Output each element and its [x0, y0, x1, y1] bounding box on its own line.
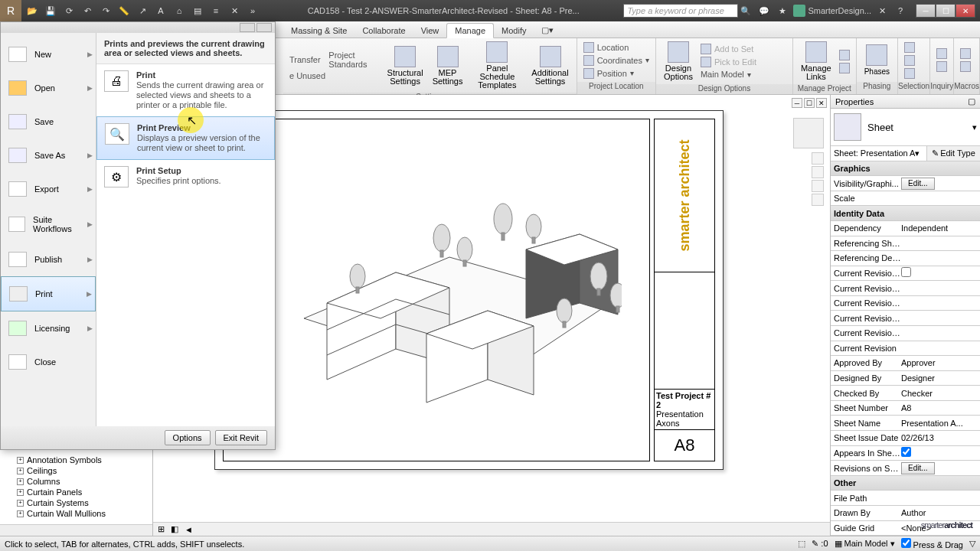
- browser-item[interactable]: +Curtain Systems: [2, 497, 151, 508]
- link-extra-2[interactable]: [836, 62, 853, 74]
- recent-docs-icon[interactable]: [240, 23, 255, 32]
- additional-settings-button[interactable]: AdditionalSettings: [527, 44, 573, 87]
- open-docs-icon[interactable]: [256, 23, 272, 32]
- props-pin-icon[interactable]: ▢: [968, 96, 975, 106]
- app-logo[interactable]: R: [0, 0, 21, 21]
- view-max-icon[interactable]: ☐: [804, 98, 815, 108]
- search-icon[interactable]: 🔍: [738, 3, 753, 18]
- expand-icon[interactable]: +: [17, 457, 24, 464]
- type-dropdown-icon[interactable]: ▾: [972, 122, 977, 132]
- star-icon[interactable]: ★: [775, 3, 790, 18]
- qat-text-icon[interactable]: A: [153, 3, 168, 18]
- sb-press-drag[interactable]: Press & Drag: [901, 538, 963, 549]
- maximize-button[interactable]: ☐: [936, 4, 956, 18]
- design-options-button[interactable]: DesignOptions: [659, 40, 697, 83]
- mac-2[interactable]: [957, 60, 974, 73]
- tab-collaborate[interactable]: Collaborate: [354, 24, 413, 37]
- qat-section-icon[interactable]: ▤: [190, 3, 205, 18]
- qat-align-icon[interactable]: ↗: [135, 3, 150, 18]
- sb-worksets[interactable]: ✎ :0: [812, 539, 828, 549]
- nav-wheel-icon[interactable]: [812, 152, 824, 165]
- menu-open[interactable]: Open▶: [1, 71, 96, 105]
- tab-extra-icon[interactable]: ▢▾: [534, 23, 561, 37]
- exit-button[interactable]: Exit Revit: [215, 430, 267, 445]
- transfer-button[interactable]: Transfer Project Standards: [286, 50, 383, 70]
- inq-1[interactable]: [933, 47, 950, 60]
- coordinates-button[interactable]: Coordinates ▾: [580, 54, 652, 67]
- browser-item[interactable]: +Ceilings: [2, 465, 151, 476]
- browser-scrollbar[interactable]: [0, 524, 152, 536]
- sb-filter-icon[interactable]: ▽: [969, 539, 975, 549]
- manage-links-button[interactable]: ManageLinks: [796, 40, 836, 83]
- menu-publish[interactable]: Publish▶: [1, 243, 96, 276]
- structural-settings-button[interactable]: StructuralSettings: [383, 44, 428, 87]
- help-icon[interactable]: ?: [893, 3, 908, 18]
- menu-close[interactable]: Close: [1, 345, 96, 379]
- submenu-print[interactable]: 🖨 PrintSends the current drawing area or…: [96, 64, 275, 116]
- comm-icon[interactable]: 💬: [756, 3, 772, 18]
- qat-redo-icon[interactable]: ↷: [98, 3, 113, 18]
- sel-1[interactable]: [901, 41, 918, 54]
- expand-icon[interactable]: +: [17, 478, 24, 485]
- menu-suite[interactable]: Suite Workflows▶: [1, 206, 96, 243]
- qat-save-icon[interactable]: 💾: [43, 3, 58, 18]
- tab-massing[interactable]: Massing & Site: [283, 24, 354, 37]
- sel-2[interactable]: [901, 54, 918, 67]
- qat-thin-icon[interactable]: ≡: [208, 3, 224, 18]
- browser-item[interactable]: +Annotation Symbols: [2, 455, 151, 465]
- qat-measure-icon[interactable]: 📏: [116, 3, 132, 18]
- edit-type-button[interactable]: ✎Edit Type: [926, 146, 980, 161]
- mac-1[interactable]: [957, 47, 974, 60]
- browser-item[interactable]: +Columns: [2, 476, 151, 487]
- menu-export[interactable]: Export▶: [1, 172, 96, 206]
- expand-icon[interactable]: +: [17, 500, 24, 507]
- edit-rev-button[interactable]: Edit...: [901, 462, 935, 474]
- tab-modify[interactable]: Modify: [494, 24, 534, 37]
- rev-checkbox[interactable]: [901, 267, 911, 277]
- inq-2[interactable]: [933, 60, 950, 73]
- menu-licensing[interactable]: Licensing▶: [1, 311, 96, 345]
- sb-icon1[interactable]: ⬚: [798, 539, 805, 549]
- menu-save[interactable]: Save: [1, 105, 96, 139]
- expand-icon[interactable]: +: [17, 489, 24, 496]
- nav-orbit-icon[interactable]: [812, 194, 824, 206]
- options-button[interactable]: Options: [165, 430, 211, 445]
- phases-button[interactable]: Phases: [860, 43, 894, 77]
- browser-item[interactable]: +Curtain Panels: [2, 487, 151, 497]
- appears-checkbox[interactable]: [901, 447, 911, 457]
- sb-model-dropdown[interactable]: ▦ Main Model ▾: [835, 539, 895, 549]
- main-model-dropdown[interactable]: Main Model ▾: [697, 69, 789, 80]
- scale-icon[interactable]: ⊞: [158, 524, 165, 534]
- purge-button[interactable]: e Unused: [286, 70, 383, 81]
- qat-undo-icon[interactable]: ↶: [80, 3, 95, 18]
- link-extra-1[interactable]: [836, 49, 853, 61]
- menu-save-as[interactable]: Save As▶: [1, 139, 96, 172]
- expand-icon[interactable]: +: [17, 510, 24, 517]
- menu-new[interactable]: New▶: [1, 37, 96, 71]
- submenu-print-setup[interactable]: ⚙ Print SetupSpecifies print options.: [96, 160, 275, 194]
- browser-item[interactable]: +Curtain Wall Mullions: [2, 508, 151, 519]
- close-button[interactable]: ✕: [956, 4, 975, 18]
- exchange-icon[interactable]: ✕: [874, 3, 890, 18]
- qat-sync-icon[interactable]: ⟳: [61, 3, 77, 18]
- instance-selector[interactable]: Sheet: Presentation A ▾: [831, 146, 926, 161]
- qat-3d-icon[interactable]: ⌂: [172, 3, 187, 18]
- qat-more-icon[interactable]: »: [245, 3, 260, 18]
- edit-vis-button[interactable]: Edit...: [901, 178, 935, 190]
- qat-close-hidden-icon[interactable]: ✕: [227, 3, 242, 18]
- qat-open-icon[interactable]: 📂: [24, 3, 40, 18]
- mep-settings-button[interactable]: MEPSettings: [428, 44, 468, 87]
- position-button[interactable]: Position ▾: [580, 67, 652, 80]
- nav-zoom-icon[interactable]: [812, 180, 824, 192]
- tab-manage[interactable]: Manage: [446, 23, 494, 38]
- sel-3[interactable]: [901, 67, 918, 80]
- expand-icon[interactable]: +: [17, 468, 24, 474]
- view-cube[interactable]: [793, 118, 824, 148]
- minimize-button[interactable]: ─: [916, 4, 936, 18]
- view-min-icon[interactable]: ─: [792, 98, 802, 108]
- location-button[interactable]: Location: [580, 41, 652, 54]
- view-close-icon[interactable]: ✕: [816, 98, 827, 108]
- submenu-print-preview[interactable]: 🔍 Print PreviewDisplays a preview versio…: [96, 116, 275, 160]
- tab-view[interactable]: View: [413, 24, 447, 37]
- panel-templates-button[interactable]: Panel ScheduleTemplates: [467, 40, 527, 91]
